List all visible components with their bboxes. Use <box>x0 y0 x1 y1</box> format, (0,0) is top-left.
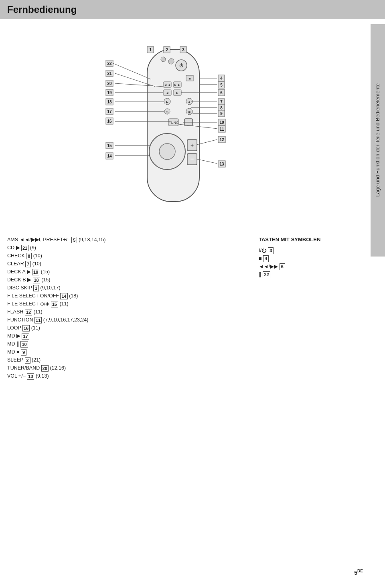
svg-text:⊙: ⊙ <box>166 110 169 114</box>
svg-rect-73 <box>218 136 225 143</box>
svg-text:8: 8 <box>220 106 223 110</box>
svg-text:+: + <box>190 142 193 148</box>
box-1: 1 <box>33 285 39 291</box>
svg-rect-77 <box>106 60 113 67</box>
svg-text:◄◄: ◄◄ <box>164 83 171 87</box>
remote-diagram: + – ◄◄ ►► ◄ ► ► ● ⊙ ■ FUNC ⏻ ■ <box>85 27 286 224</box>
svg-point-10 <box>164 98 170 105</box>
svg-rect-71 <box>218 126 225 132</box>
box-16: 16 <box>22 325 30 331</box>
svg-text:◄: ◄ <box>165 91 169 95</box>
svg-text:FUNC: FUNC <box>168 121 178 125</box>
right-column: TASTEN MIT SYMBOLEN I/⏻ 3 ■ 4 ◄◄/▶▶ 6 ‖ … <box>259 236 363 380</box>
svg-rect-53 <box>164 46 170 53</box>
svg-point-1 <box>176 60 187 71</box>
svg-point-15 <box>149 133 185 170</box>
box-18: 18 <box>33 277 40 283</box>
box-7: 7 <box>25 261 31 267</box>
svg-rect-8 <box>173 90 181 95</box>
svg-text:10: 10 <box>219 120 224 125</box>
list-item: VOL +/– 13 (9,13) <box>7 372 251 380</box>
svg-text:7: 7 <box>220 100 223 104</box>
svg-text:1: 1 <box>149 48 152 52</box>
symbol-item: I/⏻ 3 <box>259 247 363 255</box>
box-10: 10 <box>20 341 28 348</box>
svg-text:11: 11 <box>219 127 224 131</box>
svg-rect-65 <box>218 105 225 111</box>
sidebar-tab: Lage und Funktion der Teile und Bedienel… <box>371 24 385 257</box>
svg-rect-75 <box>218 161 225 167</box>
svg-text:►: ► <box>165 100 169 104</box>
svg-rect-83 <box>106 89 113 96</box>
section-title: TASTEN MIT SYMBOLEN <box>259 236 363 244</box>
list-item: SLEEP 2 (21) <box>7 356 251 364</box>
page-number: 5DE <box>354 570 363 576</box>
svg-text:19: 19 <box>107 91 112 95</box>
bottom-content: AMS ◄◄/▶▶I, PRESET+/– 5 (9,13,14,15) CD … <box>7 236 363 380</box>
list-item: CHECK 8 (10) <box>7 252 251 260</box>
list-item: LOOP 16 (11) <box>7 324 251 332</box>
svg-rect-59 <box>218 82 225 88</box>
svg-text:20: 20 <box>107 81 112 86</box>
page-title: Fernbedienung <box>7 4 378 15</box>
svg-text:2: 2 <box>166 48 168 52</box>
list-item: FUNCTION 11 (7,9,10,16,17,23,24) <box>7 316 251 324</box>
svg-rect-89 <box>106 118 113 124</box>
list-item: DECK A ▶ 19 (15) <box>7 268 251 276</box>
svg-line-33 <box>115 73 155 87</box>
svg-point-3 <box>161 57 166 62</box>
symbol-item: ◄◄/▶▶ 6 <box>259 263 363 271</box>
list-item: MD ‖ 10 <box>7 340 251 348</box>
svg-rect-14 <box>184 119 192 126</box>
box-11: 11 <box>34 317 42 323</box>
svg-rect-0 <box>147 49 199 202</box>
sidebar-tab-text: Lage und Funktion der Teile und Bedienel… <box>374 83 381 197</box>
list-item: CD ▶ 21 (9) <box>7 244 251 252</box>
list-item: FILE SELECT ◇/◈ 15 (11) <box>7 300 251 308</box>
svg-line-50 <box>197 159 217 164</box>
list-item: DECK B ▶ 18 (15) <box>7 276 251 284</box>
svg-rect-18 <box>187 154 197 165</box>
svg-text:17: 17 <box>107 109 112 114</box>
svg-line-32 <box>113 63 151 79</box>
svg-point-2 <box>168 59 174 64</box>
box-5: 5 <box>71 237 77 243</box>
svg-point-11 <box>164 109 170 114</box>
list-item: FLASH 12 (11) <box>7 308 251 316</box>
box-8: 8 <box>26 253 32 259</box>
list-item: MD ■ 9 <box>7 348 251 356</box>
svg-rect-69 <box>218 119 225 125</box>
svg-text:4: 4 <box>220 76 223 81</box>
svg-rect-55 <box>180 46 186 53</box>
svg-rect-17 <box>187 139 197 151</box>
svg-text:21: 21 <box>107 71 112 76</box>
svg-text:►: ► <box>175 91 179 95</box>
svg-rect-6 <box>173 82 181 87</box>
list-item: AMS ◄◄/▶▶I, PRESET+/– 5 (9,13,14,15) <box>7 236 251 244</box>
svg-rect-4 <box>186 75 193 81</box>
symbol-item: ■ 4 <box>259 255 363 263</box>
box-2: 2 <box>25 357 30 364</box>
box-22: 22 <box>263 271 270 278</box>
box-13: 13 <box>27 373 34 380</box>
svg-point-16 <box>159 143 175 160</box>
page-header: Fernbedienung <box>0 0 385 19</box>
list-item: FILE SELECT ON/OFF 14 (18) <box>7 292 251 300</box>
svg-rect-61 <box>218 89 225 96</box>
svg-point-12 <box>186 108 192 115</box>
svg-text:■: ■ <box>188 77 190 81</box>
page-footer: 5DE <box>354 569 363 576</box>
svg-text:►►: ►► <box>174 83 181 87</box>
svg-line-49 <box>197 139 217 145</box>
list-item: CLEAR 7 (10) <box>7 260 251 268</box>
svg-text:16: 16 <box>107 119 112 123</box>
main-content: + – ◄◄ ►► ◄ ► ► ● ⊙ ■ FUNC ⏻ ■ <box>0 23 385 384</box>
svg-point-9 <box>186 98 192 105</box>
svg-text:6: 6 <box>220 91 223 95</box>
box-3: 3 <box>268 247 274 254</box>
svg-text:3: 3 <box>182 48 184 52</box>
remote-svg: + – ◄◄ ►► ◄ ► ► ● ⊙ ■ FUNC ⏻ ■ <box>85 27 286 224</box>
svg-text:12: 12 <box>219 137 224 142</box>
svg-text:18: 18 <box>107 100 112 104</box>
box-14: 14 <box>60 293 67 299</box>
